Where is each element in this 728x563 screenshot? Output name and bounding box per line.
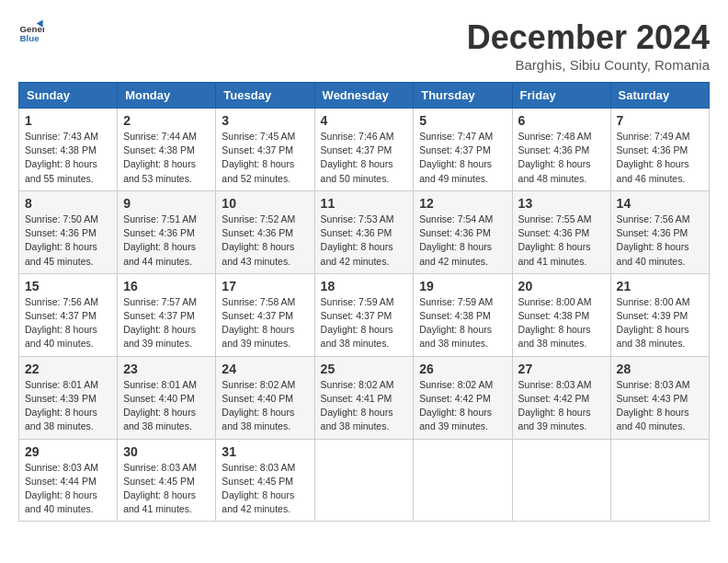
calendar-day-cell: 26 Sunrise: 8:02 AMSunset: 4:42 PMDaylig… <box>414 356 512 439</box>
day-number: 3 <box>222 113 308 128</box>
calendar-day-cell: 21 Sunrise: 8:00 AMSunset: 4:39 PMDaylig… <box>610 273 709 356</box>
calendar-day-cell: 20 Sunrise: 8:00 AMSunset: 4:38 PMDaylig… <box>512 273 610 356</box>
calendar-day-cell: 5 Sunrise: 7:47 AMSunset: 4:37 PMDayligh… <box>414 109 512 191</box>
calendar-day-cell: 8 Sunrise: 7:50 AMSunset: 4:36 PMDayligh… <box>19 190 118 273</box>
logo-icon: General Blue <box>18 18 44 44</box>
calendar-day-cell: 3 Sunrise: 7:45 AMSunset: 4:37 PMDayligh… <box>216 109 314 191</box>
day-info: Sunrise: 8:03 AMSunset: 4:45 PMDaylight:… <box>123 461 210 517</box>
calendar-day-header: Tuesday <box>216 83 314 109</box>
day-info: Sunrise: 8:02 AMSunset: 4:40 PMDaylight:… <box>222 378 308 434</box>
calendar-day-cell: 4 Sunrise: 7:46 AMSunset: 4:37 PMDayligh… <box>314 109 414 191</box>
title-area: December 2024 Barghis, Sibiu County, Rom… <box>467 18 710 73</box>
day-number: 8 <box>25 196 111 211</box>
day-info: Sunrise: 7:44 AMSunset: 4:38 PMDaylight:… <box>123 130 210 186</box>
day-info: Sunrise: 7:57 AMSunset: 4:37 PMDaylight:… <box>123 295 210 351</box>
calendar-day-cell <box>414 439 512 522</box>
month-title: December 2024 <box>467 18 710 57</box>
logo: General Blue <box>18 18 44 44</box>
calendar-day-cell <box>512 439 610 522</box>
calendar-day-header: Saturday <box>610 83 709 109</box>
day-number: 20 <box>518 279 605 293</box>
day-info: Sunrise: 7:49 AMSunset: 4:36 PMDaylight:… <box>617 130 703 186</box>
day-info: Sunrise: 8:00 AMSunset: 4:38 PMDaylight:… <box>518 295 605 351</box>
day-number: 4 <box>321 113 408 128</box>
calendar-day-cell: 19 Sunrise: 7:59 AMSunset: 4:38 PMDaylig… <box>414 273 512 356</box>
calendar-day-header: Wednesday <box>314 83 414 109</box>
calendar-day-cell: 6 Sunrise: 7:48 AMSunset: 4:36 PMDayligh… <box>512 109 610 191</box>
calendar-week-row: 1 Sunrise: 7:43 AMSunset: 4:38 PMDayligh… <box>19 109 710 191</box>
day-number: 11 <box>321 196 408 211</box>
calendar-day-header: Thursday <box>414 83 512 109</box>
day-info: Sunrise: 8:00 AMSunset: 4:39 PMDaylight:… <box>617 295 703 351</box>
day-info: Sunrise: 7:58 AMSunset: 4:37 PMDaylight:… <box>222 295 308 351</box>
calendar-day-cell: 12 Sunrise: 7:54 AMSunset: 4:36 PMDaylig… <box>414 190 512 273</box>
day-number: 24 <box>222 362 308 376</box>
calendar-week-row: 15 Sunrise: 7:56 AMSunset: 4:37 PMDaylig… <box>19 273 710 356</box>
day-number: 30 <box>123 444 210 459</box>
calendar-day-cell: 29 Sunrise: 8:03 AMSunset: 4:44 PMDaylig… <box>19 439 118 522</box>
location: Barghis, Sibiu County, Romania <box>467 57 710 73</box>
calendar-day-cell: 7 Sunrise: 7:49 AMSunset: 4:36 PMDayligh… <box>610 109 709 191</box>
day-info: Sunrise: 7:52 AMSunset: 4:36 PMDaylight:… <box>222 213 308 269</box>
day-number: 16 <box>123 279 210 293</box>
day-number: 7 <box>617 113 703 128</box>
day-info: Sunrise: 8:02 AMSunset: 4:41 PMDaylight:… <box>321 378 408 434</box>
day-number: 6 <box>518 113 605 128</box>
calendar-day-header: Friday <box>512 83 610 109</box>
day-info: Sunrise: 7:50 AMSunset: 4:36 PMDaylight:… <box>25 213 111 269</box>
calendar-week-row: 8 Sunrise: 7:50 AMSunset: 4:36 PMDayligh… <box>19 190 710 273</box>
calendar-day-cell: 13 Sunrise: 7:55 AMSunset: 4:36 PMDaylig… <box>512 190 610 273</box>
day-info: Sunrise: 7:47 AMSunset: 4:37 PMDaylight:… <box>419 130 506 186</box>
calendar-day-cell: 24 Sunrise: 8:02 AMSunset: 4:40 PMDaylig… <box>216 356 314 439</box>
calendar-day-cell: 17 Sunrise: 7:58 AMSunset: 4:37 PMDaylig… <box>216 273 314 356</box>
calendar-day-cell: 27 Sunrise: 8:03 AMSunset: 4:42 PMDaylig… <box>512 356 610 439</box>
day-number: 5 <box>419 113 506 128</box>
calendar-day-cell: 18 Sunrise: 7:59 AMSunset: 4:37 PMDaylig… <box>314 273 414 356</box>
calendar-day-cell: 22 Sunrise: 8:01 AMSunset: 4:39 PMDaylig… <box>19 356 118 439</box>
calendar-day-header: Sunday <box>19 83 118 109</box>
calendar-day-cell: 30 Sunrise: 8:03 AMSunset: 4:45 PMDaylig… <box>118 439 216 522</box>
day-number: 2 <box>123 113 210 128</box>
day-info: Sunrise: 7:45 AMSunset: 4:37 PMDaylight:… <box>222 130 308 186</box>
day-info: Sunrise: 8:03 AMSunset: 4:42 PMDaylight:… <box>518 378 605 434</box>
calendar-day-cell: 16 Sunrise: 7:57 AMSunset: 4:37 PMDaylig… <box>118 273 216 356</box>
calendar-day-cell: 10 Sunrise: 7:52 AMSunset: 4:36 PMDaylig… <box>216 190 314 273</box>
day-number: 29 <box>25 444 111 459</box>
day-info: Sunrise: 7:55 AMSunset: 4:36 PMDaylight:… <box>518 213 605 269</box>
svg-text:Blue: Blue <box>19 33 40 43</box>
day-number: 31 <box>222 444 308 459</box>
day-info: Sunrise: 7:56 AMSunset: 4:37 PMDaylight:… <box>25 295 111 351</box>
page-header: General Blue December 2024 Barghis, Sibi… <box>18 18 710 73</box>
day-number: 9 <box>123 196 210 211</box>
calendar-table: SundayMondayTuesdayWednesdayThursdayFrid… <box>18 82 710 522</box>
calendar-day-cell: 2 Sunrise: 7:44 AMSunset: 4:38 PMDayligh… <box>118 109 216 191</box>
day-info: Sunrise: 7:59 AMSunset: 4:37 PMDaylight:… <box>321 295 408 351</box>
day-info: Sunrise: 7:48 AMSunset: 4:36 PMDaylight:… <box>518 130 605 186</box>
day-number: 1 <box>25 113 111 128</box>
day-number: 26 <box>419 362 506 376</box>
calendar-day-cell: 25 Sunrise: 8:02 AMSunset: 4:41 PMDaylig… <box>314 356 414 439</box>
day-info: Sunrise: 7:53 AMSunset: 4:36 PMDaylight:… <box>321 213 408 269</box>
day-number: 28 <box>617 362 703 376</box>
day-number: 19 <box>419 279 506 293</box>
day-info: Sunrise: 8:03 AMSunset: 4:44 PMDaylight:… <box>25 461 111 517</box>
calendar-day-cell <box>610 439 709 522</box>
calendar-header-row: SundayMondayTuesdayWednesdayThursdayFrid… <box>19 83 710 109</box>
day-number: 13 <box>518 196 605 211</box>
day-info: Sunrise: 7:59 AMSunset: 4:38 PMDaylight:… <box>419 295 506 351</box>
day-info: Sunrise: 7:51 AMSunset: 4:36 PMDaylight:… <box>123 213 210 269</box>
calendar-day-cell: 14 Sunrise: 7:56 AMSunset: 4:36 PMDaylig… <box>610 190 709 273</box>
calendar-week-row: 29 Sunrise: 8:03 AMSunset: 4:44 PMDaylig… <box>19 439 710 522</box>
calendar-day-cell: 28 Sunrise: 8:03 AMSunset: 4:43 PMDaylig… <box>610 356 709 439</box>
calendar-day-cell: 1 Sunrise: 7:43 AMSunset: 4:38 PMDayligh… <box>19 109 118 191</box>
calendar-day-cell: 9 Sunrise: 7:51 AMSunset: 4:36 PMDayligh… <box>118 190 216 273</box>
calendar-day-cell: 31 Sunrise: 8:03 AMSunset: 4:45 PMDaylig… <box>216 439 314 522</box>
day-info: Sunrise: 8:03 AMSunset: 4:43 PMDaylight:… <box>617 378 703 434</box>
day-info: Sunrise: 8:03 AMSunset: 4:45 PMDaylight:… <box>222 461 308 517</box>
day-info: Sunrise: 7:46 AMSunset: 4:37 PMDaylight:… <box>321 130 408 186</box>
day-number: 27 <box>518 362 605 376</box>
day-number: 14 <box>617 196 703 211</box>
day-number: 18 <box>321 279 408 293</box>
day-number: 23 <box>123 362 210 376</box>
day-number: 22 <box>25 362 111 376</box>
